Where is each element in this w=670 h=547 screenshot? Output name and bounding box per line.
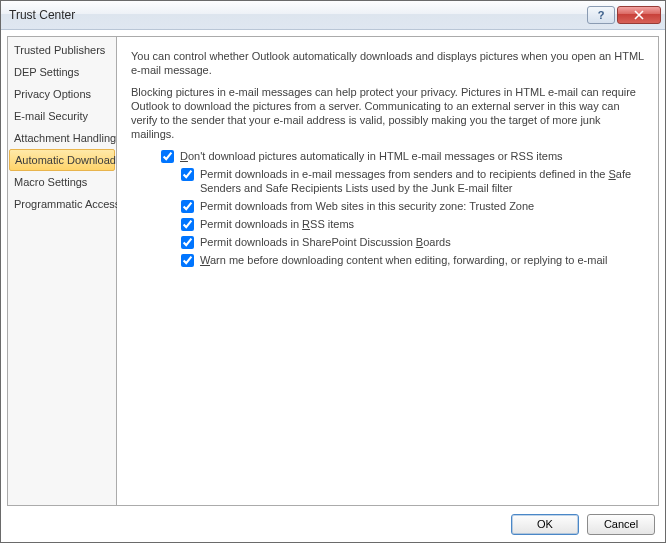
sub-check-1-row: Permit downloads in e-mail messages from… (181, 167, 644, 195)
sub-check-4-row: Permit downloads in SharePoint Discussio… (181, 235, 644, 249)
sidebar-item-privacy-options[interactable]: Privacy Options (8, 83, 116, 105)
sidebar-item-dep-settings[interactable]: DEP Settings (8, 61, 116, 83)
dialog-footer: OK Cancel (1, 506, 665, 542)
master-checkbox[interactable] (161, 150, 174, 163)
sub-label-5: Warn me before downloading content when … (200, 253, 644, 267)
close-button[interactable] (617, 6, 661, 24)
sub-label-1: Permit downloads in e-mail messages from… (200, 167, 644, 195)
master-checkbox-row: Don't download pictures automatically in… (161, 149, 644, 163)
cancel-button[interactable]: Cancel (587, 514, 655, 535)
sub-checkbox-rss[interactable] (181, 218, 194, 231)
sidebar-item-attachment-handling[interactable]: Attachment Handling (8, 127, 116, 149)
sidebar-item-email-security[interactable]: E-mail Security (8, 105, 116, 127)
sub-label-4: Permit downloads in SharePoint Discussio… (200, 235, 644, 249)
intro-text-1: You can control whether Outlook automati… (131, 49, 644, 77)
titlebar: Trust Center ? (1, 1, 665, 30)
close-icon (634, 10, 644, 20)
main-panel: You can control whether Outlook automati… (117, 36, 659, 506)
help-button[interactable]: ? (587, 6, 615, 24)
sub-check-5-row: Warn me before downloading content when … (181, 253, 644, 267)
sub-label-2: Permit downloads from Web sites in this … (200, 199, 644, 213)
sub-label-3: Permit downloads in RSS items (200, 217, 644, 231)
sub-checkbox-sharepoint[interactable] (181, 236, 194, 249)
sub-checkbox-warn[interactable] (181, 254, 194, 267)
sub-checkbox-safe-senders[interactable] (181, 168, 194, 181)
question-icon: ? (598, 9, 605, 21)
sidebar-item-trusted-publishers[interactable]: Trusted Publishers (8, 39, 116, 61)
window-buttons: ? (585, 6, 661, 24)
trust-center-window: Trust Center ? Trusted Publishers DEP Se… (0, 0, 666, 543)
sub-check-2-row: Permit downloads from Web sites in this … (181, 199, 644, 213)
sidebar-item-programmatic-access[interactable]: Programmatic Access (8, 193, 116, 215)
ok-button[interactable]: OK (511, 514, 579, 535)
sidebar: Trusted Publishers DEP Settings Privacy … (7, 36, 117, 506)
content-area: Trusted Publishers DEP Settings Privacy … (1, 30, 665, 506)
window-title: Trust Center (9, 8, 75, 22)
intro-text-2: Blocking pictures in e-mail messages can… (131, 85, 644, 141)
sub-checkbox-trusted-zone[interactable] (181, 200, 194, 213)
sub-check-3-row: Permit downloads in RSS items (181, 217, 644, 231)
master-checkbox-label: Don't download pictures automatically in… (180, 149, 644, 163)
sidebar-item-automatic-download[interactable]: Automatic Download (9, 149, 115, 171)
sub-checkbox-group: Permit downloads in e-mail messages from… (181, 167, 644, 267)
sidebar-item-macro-settings[interactable]: Macro Settings (8, 171, 116, 193)
